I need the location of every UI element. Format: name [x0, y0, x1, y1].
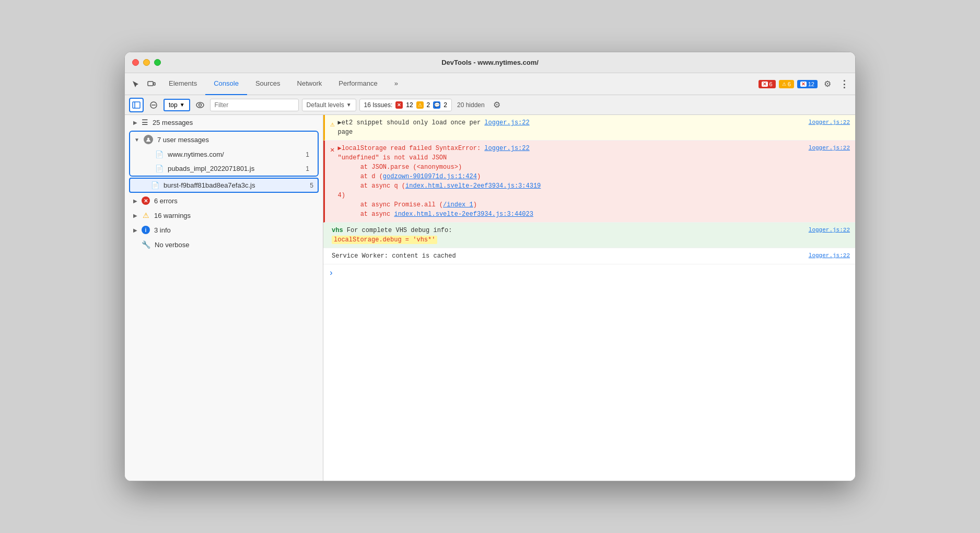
cursor-icon[interactable]	[129, 77, 143, 91]
error-x-icon: ✕	[762, 82, 768, 87]
user-messages-label: 7 user messages	[157, 136, 209, 144]
entry-link-1[interactable]: logger.js:22	[484, 119, 529, 126]
sidebar: ▶ ☰ 25 messages ▼ 7 user messages	[125, 115, 323, 481]
sidebar-file-nytimes[interactable]: 📄 www.nytimes.com/ 1	[147, 147, 318, 161]
main-content: ▶ ☰ 25 messages ▼ 7 user messages	[125, 115, 855, 481]
tab-network[interactable]: Network	[289, 73, 331, 95]
file-name-1: www.nytimes.com/	[168, 150, 224, 158]
vhs-entry-text: vhs For complete VHS debug info: localSt…	[332, 226, 806, 245]
sidebar-item-warnings[interactable]: ▶ ⚠ 16 warnings	[125, 208, 323, 223]
verbose-icon: 🔧	[142, 240, 150, 249]
block-count: 12	[808, 81, 814, 87]
settings-button[interactable]: ⚙	[821, 77, 834, 91]
sidebar-file-burst[interactable]: 📄 burst-f9baff81bad8ea7efa3c.js 5	[130, 179, 318, 192]
warn-count: 6	[788, 81, 791, 87]
titlebar: DevTools - www.nytimes.com/	[125, 52, 855, 73]
sidebar-toggle-button[interactable]	[129, 98, 144, 112]
console-gear-icon: ⚙	[493, 100, 500, 110]
more-icon: ⋮	[839, 78, 849, 90]
minimize-button[interactable]	[143, 59, 150, 66]
svg-point-8	[147, 138, 149, 140]
issues-error-icon: ✕	[395, 101, 403, 109]
expand-icon: ▶	[133, 120, 137, 125]
error-badge: ✕ 6	[759, 80, 776, 88]
sidebar-item-verbose[interactable]: ▶ 🔧 No verbose	[125, 237, 323, 252]
window-title: DevTools - www.nytimes.com/	[441, 59, 539, 66]
info-label: 3 info	[154, 226, 171, 234]
sidebar-file-burst-wrapper: 📄 burst-f9baff81bad8ea7efa3c.js 5	[129, 178, 319, 193]
sidebar-item-errors[interactable]: ▶ ✕ 6 errors	[125, 193, 323, 208]
errors-label: 6 errors	[154, 197, 178, 205]
user-icon	[144, 135, 153, 144]
errors-expand-icon: ▶	[133, 198, 137, 204]
tab-console[interactable]: Console	[205, 73, 247, 95]
eye-button[interactable]	[193, 98, 207, 112]
issues-bar: 16 Issues: ✕ 12 ⚠ 2 💬 2	[359, 99, 452, 111]
messages-icon: ☰	[142, 118, 148, 126]
device-icon[interactable]	[145, 77, 158, 91]
tab-more[interactable]: »	[386, 73, 406, 95]
collapse-icon: ▼	[134, 137, 139, 143]
file-name-3: burst-f9baff81bad8ea7efa3c.js	[164, 181, 255, 189]
close-button[interactable]	[132, 59, 139, 66]
block-badge: ✕ 12	[797, 80, 818, 88]
error-icon: ✕	[142, 196, 150, 205]
sidebar-item-info[interactable]: ▶ i 3 info	[125, 223, 323, 237]
context-selector[interactable]: top ▼	[164, 99, 190, 111]
plain-entry-text: Service Worker: content is cached	[332, 251, 806, 261]
tab-performance[interactable]: Performance	[330, 73, 386, 95]
levels-selector[interactable]: Default levels ▼	[302, 99, 356, 111]
error-link-5[interactable]: index.html.svelte-2eef3934.js:3:44023	[394, 211, 533, 218]
block-x-icon: ✕	[800, 82, 807, 87]
vhs-source[interactable]: logger.js:22	[809, 226, 850, 235]
error-entry-text: ▶localStorage read failed SyntaxError: l…	[337, 144, 805, 219]
dropdown-icon: ▼	[180, 102, 185, 108]
messages-label: 25 messages	[153, 119, 193, 126]
plain-source[interactable]: logger.js:22	[809, 251, 850, 260]
clear-console-button[interactable]	[147, 98, 160, 112]
console-entry-vhs: vhs For complete VHS debug info: localSt…	[323, 223, 855, 248]
svg-rect-1	[154, 83, 155, 85]
sidebar-item-user-messages[interactable]: ▼ 7 user messages	[130, 132, 318, 147]
vhs-code: localStorage.debug = 'vhs*'	[332, 236, 437, 244]
issues-info-count: 2	[444, 101, 447, 109]
sidebar-file-pubads[interactable]: 📄 pubads_impl_2022071801.js 1	[147, 161, 318, 176]
console-entry-plain: Service Worker: content is cached logger…	[323, 248, 855, 264]
issues-label: 16 Issues:	[364, 101, 393, 109]
tab-elements[interactable]: Elements	[160, 73, 205, 95]
console-prompt[interactable]: ›	[323, 264, 855, 282]
gear-icon: ⚙	[824, 79, 831, 89]
error-source[interactable]: logger.js:22	[809, 144, 850, 153]
warn-triangle-icon: ⚠	[782, 82, 786, 87]
error-link-3[interactable]: index.html.svelte-2eef3934.js:3:4319	[405, 182, 541, 190]
file-name-2: pubads_impl_2022071801.js	[168, 165, 254, 172]
console-toolbar: top ▼ Default levels ▼ 16 Issues: ✕ 12 ⚠…	[125, 95, 855, 115]
warnings-label: 16 warnings	[154, 212, 191, 219]
filter-input[interactable]	[210, 99, 299, 111]
svg-rect-2	[133, 102, 140, 108]
svg-point-7	[199, 103, 201, 106]
hidden-label: 20 hidden	[455, 100, 487, 110]
verbose-label: No verbose	[155, 241, 189, 249]
more-button[interactable]: ⋮	[837, 77, 851, 91]
file-count-1: 1	[306, 151, 309, 158]
error-link-4[interactable]: /index 1	[443, 201, 473, 208]
svg-point-6	[196, 102, 204, 108]
error-count: 6	[769, 81, 773, 87]
file-count-2: 1	[306, 165, 309, 172]
warning-entry-icon: ⚠	[330, 119, 334, 130]
files-list: 📄 www.nytimes.com/ 1 📄 pubads_impl_20220…	[130, 147, 318, 176]
sidebar-group-user-messages: ▼ 7 user messages 📄 www.nytimes.com/	[129, 131, 319, 177]
warning-source[interactable]: logger.js:22	[809, 118, 850, 127]
error-link-2[interactable]: godzown-9010971d.js:1:424	[383, 173, 477, 180]
file-icon-2: 📄	[155, 165, 164, 172]
tab-sources[interactable]: Sources	[247, 73, 289, 95]
issues-warn-count: 2	[427, 101, 430, 109]
error-link-1[interactable]: logger.js:22	[484, 145, 529, 152]
warning-icon: ⚠	[142, 211, 150, 219]
console-settings-button[interactable]: ⚙	[490, 98, 504, 112]
sidebar-item-messages[interactable]: ▶ ☰ 25 messages	[125, 115, 323, 130]
window-controls	[132, 59, 161, 66]
maximize-button[interactable]	[154, 59, 161, 66]
devtools-window: DevTools - www.nytimes.com/ Elements Con…	[124, 52, 856, 481]
